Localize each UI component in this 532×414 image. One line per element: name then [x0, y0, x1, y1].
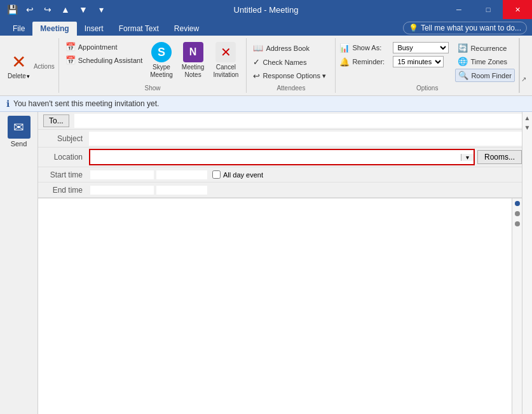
tab-meeting[interactable]: Meeting: [32, 22, 76, 36]
response-options-icon: ↩: [253, 71, 260, 81]
sidebar-dot-1[interactable]: [515, 201, 520, 206]
meeting-notes-button[interactable]: N MeetingNotes: [178, 39, 208, 81]
down-btn[interactable]: ▼: [76, 3, 90, 17]
to-row: To...: [38, 112, 522, 130]
show-as-col: 📊 Show As: Busy Free Tentative Out of Of…: [339, 39, 449, 67]
show-as-icon: 📊: [339, 43, 350, 53]
appointment-button[interactable]: 📅 Appointment: [63, 41, 146, 53]
delete-button[interactable]: ✕ Delete ▾: [4, 49, 34, 82]
maximize-btn[interactable]: □: [474, 0, 503, 19]
body-area: [38, 198, 522, 414]
cancel-icon: ✕: [215, 42, 236, 62]
expand-options[interactable]: ↗: [519, 38, 529, 93]
undo-btn[interactable]: ↩: [23, 3, 37, 17]
appointment-icon: 📅: [65, 42, 76, 52]
options-group-label: Options: [339, 83, 515, 93]
rooms-button[interactable]: Rooms...: [477, 150, 522, 164]
info-icon: ℹ: [6, 99, 10, 109]
end-time-label: End time: [38, 186, 89, 195]
options-content: 📊 Show As: Busy Free Tentative Out of Of…: [339, 39, 515, 82]
form-body: ✉ Send To... Subject Location ▾: [0, 112, 532, 414]
redo-btn[interactable]: ↪: [41, 3, 55, 17]
delete-icon: ✕: [11, 52, 26, 72]
start-time-input[interactable]: [156, 170, 207, 179]
send-label: Send: [11, 140, 27, 148]
reminder-icon: 🔔: [339, 57, 350, 67]
options-right-col: 🔄 Recurrence 🌐 Time Zones 🔍 Room Finder: [450, 39, 515, 82]
tab-insert[interactable]: Insert: [77, 22, 111, 36]
show-group-label: Show: [63, 83, 243, 93]
tab-format-text[interactable]: Format Text: [111, 22, 167, 36]
form-fields: To... Subject Location ▾ Rooms... Start …: [38, 112, 522, 414]
start-date-input[interactable]: [90, 170, 154, 179]
show-as-row: 📊 Show As: Busy Free Tentative Out of Of…: [339, 42, 449, 53]
end-time-input[interactable]: [156, 186, 207, 195]
time-zones-label: Time Zones: [470, 58, 507, 66]
cancel-label: CancelInvitation: [213, 64, 238, 79]
delete-label: Delete: [8, 72, 26, 79]
scheduling-assistant-button[interactable]: 📅 Scheduling Assistant: [63, 54, 146, 66]
window-controls: ─ □ ✕: [444, 0, 532, 19]
tab-review[interactable]: Review: [167, 22, 207, 36]
location-input[interactable]: [90, 150, 461, 164]
end-time-inputs: [89, 184, 522, 196]
more-btn[interactable]: ▾: [94, 3, 108, 17]
body-textarea[interactable]: [43, 204, 507, 414]
subject-label: Subject: [38, 134, 89, 143]
to-button[interactable]: To...: [43, 114, 69, 127]
minimize-btn[interactable]: ─: [444, 0, 474, 19]
skype-meeting-button[interactable]: S SkypeMeeting: [146, 39, 177, 81]
actions-group: ✕ Delete ▾ Actions: [0, 38, 59, 93]
title-bar: 💾 ↩ ↪ ▲ ▼ ▾ Untitled - Meeting ─ □ ✕: [0, 0, 532, 19]
all-day-checkbox[interactable]: [212, 170, 221, 179]
lightbulb-icon: 💡: [409, 24, 418, 32]
recurrence-icon: 🔄: [458, 43, 468, 53]
location-row: Location ▾ Rooms...: [38, 148, 522, 167]
address-book-button[interactable]: 📖 Address Book: [250, 42, 329, 54]
attendees-content: 📖 Address Book ✓ Check Names ↩ Response …: [250, 39, 331, 82]
time-zones-button[interactable]: 🌐 Time Zones: [455, 55, 515, 67]
location-dropdown-button[interactable]: ▾: [461, 154, 474, 161]
tab-file[interactable]: File: [5, 22, 32, 36]
start-time-row: Start time All day event: [38, 167, 522, 183]
subject-input[interactable]: [89, 132, 522, 146]
ribbon-tabs: File Meeting Insert Format Text Review 💡…: [0, 19, 532, 36]
ribbon: ✕ Delete ▾ Actions 📅 Appointment 📅 Sched…: [0, 36, 532, 96]
to-input[interactable]: [74, 114, 522, 128]
send-icon-box: ✉: [8, 116, 31, 139]
end-time-row: End time: [38, 183, 522, 198]
response-options-button[interactable]: ↩ Response Options ▾: [250, 70, 329, 82]
tell-me-bar[interactable]: 💡 Tell me what you want to do...: [403, 22, 527, 34]
panel-arrow-1: ▲: [524, 114, 531, 121]
panel-arrow-2: ▼: [524, 124, 531, 131]
room-finder-button[interactable]: 🔍 Room Finder: [455, 69, 515, 82]
send-envelope-icon: ✉: [13, 120, 24, 135]
appointment-label: Appointment: [78, 43, 118, 51]
sidebar-dot-2[interactable]: [515, 211, 520, 216]
scheduling-label: Scheduling Assistant: [78, 57, 143, 64]
recurrence-button[interactable]: 🔄 Recurrence: [455, 42, 515, 54]
save-quickaccess-btn[interactable]: 💾: [5, 3, 19, 17]
reminder-select[interactable]: 15 minutes None 5 minutes 30 minutes 1 h…: [393, 56, 444, 67]
reminder-label: Reminder:: [352, 58, 390, 66]
close-btn[interactable]: ✕: [503, 0, 532, 19]
address-book-icon: 📖: [253, 43, 263, 53]
recurrence-label: Recurrence: [470, 45, 507, 52]
subject-row: Subject: [38, 130, 522, 148]
delete-dropdown-arrow[interactable]: ▾: [27, 73, 30, 79]
sidebar-dot-3[interactable]: [515, 221, 520, 226]
location-label: Location: [38, 153, 89, 162]
skype-label: SkypeMeeting: [150, 64, 173, 79]
right-sidebar: [512, 198, 522, 414]
send-button[interactable]: ✉ Send: [0, 112, 38, 414]
info-message: You haven't sent this meeting invitation…: [13, 99, 159, 108]
show-as-select[interactable]: Busy Free Tentative Out of Office: [393, 42, 449, 53]
check-names-button[interactable]: ✓ Check Names: [250, 56, 329, 68]
up-btn[interactable]: ▲: [58, 3, 72, 17]
end-date-input[interactable]: [90, 186, 154, 195]
body-content: [38, 198, 512, 414]
window-title: Untitled - Meeting: [234, 5, 299, 15]
cancel-invitation-button[interactable]: ✕ CancelInvitation: [209, 39, 242, 81]
meeting-notes-label: MeetingNotes: [182, 64, 205, 79]
meeting-notes-icon: N: [183, 42, 203, 62]
